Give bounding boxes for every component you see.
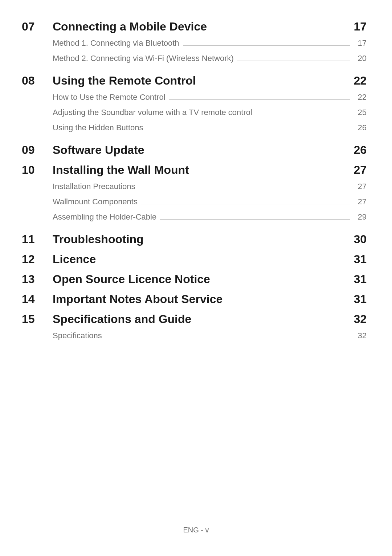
toc-section-heading[interactable]: 07Connecting a Mobile Device17 (22, 20, 367, 33)
leader-line (183, 45, 350, 46)
toc-subitem[interactable]: Adjusting the Soundbar volume with a TV … (22, 108, 367, 117)
section-page-number: 17 (345, 20, 367, 33)
section-title: Important Notes About Service (53, 293, 345, 306)
toc-section-group: 11Troubleshooting30 (22, 233, 367, 246)
section-number: 12 (22, 253, 53, 266)
section-number: 10 (22, 163, 53, 177)
section-title: Open Source Licence Notice (53, 273, 345, 286)
subitem-title: Method 1. Connecting via Bluetooth (53, 38, 179, 48)
subitem-page-number: 29 (354, 212, 367, 222)
toc-subitem[interactable]: How to Use the Remote Control22 (22, 93, 367, 102)
leader-line (106, 338, 350, 338)
toc-section-group: 12Licence31 (22, 253, 367, 266)
section-page-number: 26 (345, 143, 367, 157)
toc-section-group: 14Important Notes About Service31 (22, 293, 367, 306)
toc-subitem[interactable]: Specifications32 (22, 331, 367, 340)
section-page-number: 30 (345, 233, 367, 246)
table-of-contents: 07Connecting a Mobile Device17Method 1. … (22, 20, 367, 340)
subitem-page-number: 17 (354, 38, 367, 48)
leader-line (256, 115, 350, 115)
toc-section-heading[interactable]: 09Software Update26 (22, 143, 367, 157)
section-number: 11 (22, 233, 53, 246)
leader-line (139, 189, 350, 189)
toc-section-heading[interactable]: 15Specifications and Guide32 (22, 312, 367, 326)
section-number: 08 (22, 74, 53, 87)
subitem-title: Method 2. Connecting via Wi-Fi (Wireless… (53, 54, 234, 63)
section-page-number: 31 (345, 273, 367, 286)
section-page-number: 31 (345, 253, 367, 266)
toc-section-group: 13Open Source Licence Notice31 (22, 273, 367, 286)
toc-subitem[interactable]: Wallmount Components27 (22, 197, 367, 207)
toc-section-group: 08Using the Remote Control22How to Use t… (22, 74, 367, 132)
leader-line (141, 204, 350, 204)
toc-section-group: 09Software Update26 (22, 143, 367, 157)
subitem-title: Using the Hidden Buttons (53, 123, 143, 132)
section-title: Connecting a Mobile Device (53, 20, 345, 33)
subitem-page-number: 22 (354, 93, 367, 102)
subitem-page-number: 27 (354, 182, 367, 191)
section-number: 07 (22, 20, 53, 33)
section-page-number: 22 (345, 74, 367, 87)
subitem-title: Adjusting the Soundbar volume with a TV … (53, 108, 252, 117)
section-title: Installing the Wall Mount (53, 163, 345, 177)
subitem-title: Installation Precautions (53, 182, 135, 191)
subitem-page-number: 26 (354, 123, 367, 132)
toc-subitem[interactable]: Assembling the Holder-Cable29 (22, 212, 367, 222)
section-number: 15 (22, 312, 53, 326)
subitem-title: Wallmount Components (53, 197, 138, 207)
section-number: 14 (22, 293, 53, 306)
section-page-number: 32 (345, 312, 367, 326)
leader-line (160, 219, 350, 220)
toc-section-group: 07Connecting a Mobile Device17Method 1. … (22, 20, 367, 63)
page-footer: ENG - v (0, 526, 392, 534)
toc-section-heading[interactable]: 13Open Source Licence Notice31 (22, 273, 367, 286)
toc-section-group: 15Specifications and Guide32Specificatio… (22, 312, 367, 340)
section-title: Software Update (53, 143, 345, 157)
toc-section-heading[interactable]: 10Installing the Wall Mount27 (22, 163, 367, 177)
subitem-page-number: 27 (354, 197, 367, 207)
subitem-page-number: 32 (354, 331, 367, 340)
section-title: Licence (53, 253, 345, 266)
subitem-title: Specifications (53, 331, 102, 340)
section-page-number: 27 (345, 163, 367, 177)
leader-line (237, 61, 350, 61)
leader-line (147, 130, 351, 130)
subitem-page-number: 25 (354, 108, 367, 117)
section-page-number: 31 (345, 293, 367, 306)
section-title: Using the Remote Control (53, 74, 345, 87)
subitem-page-number: 20 (354, 54, 367, 63)
toc-section-heading[interactable]: 08Using the Remote Control22 (22, 74, 367, 87)
section-title: Specifications and Guide (53, 312, 345, 326)
toc-section-heading[interactable]: 14Important Notes About Service31 (22, 293, 367, 306)
toc-subitem[interactable]: Method 2. Connecting via Wi-Fi (Wireless… (22, 54, 367, 63)
subitem-title: Assembling the Holder-Cable (53, 212, 156, 222)
leader-line (169, 99, 350, 100)
toc-section-group: 10Installing the Wall Mount27Installatio… (22, 163, 367, 222)
toc-section-heading[interactable]: 11Troubleshooting30 (22, 233, 367, 246)
toc-subitem[interactable]: Installation Precautions27 (22, 182, 367, 191)
section-number: 13 (22, 273, 53, 286)
section-title: Troubleshooting (53, 233, 345, 246)
toc-subitem[interactable]: Method 1. Connecting via Bluetooth17 (22, 38, 367, 48)
section-number: 09 (22, 143, 53, 157)
subitem-title: How to Use the Remote Control (53, 93, 166, 102)
toc-section-heading[interactable]: 12Licence31 (22, 253, 367, 266)
toc-subitem[interactable]: Using the Hidden Buttons26 (22, 123, 367, 132)
